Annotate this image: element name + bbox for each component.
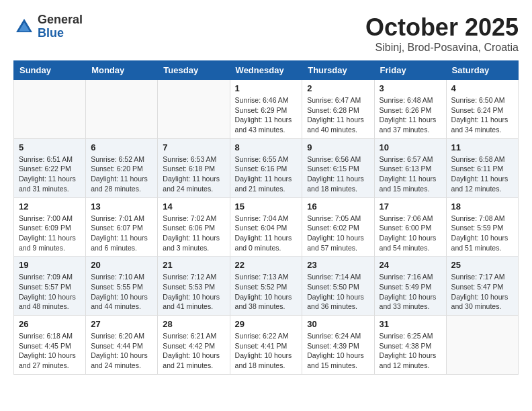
calendar-cell — [14, 80, 86, 139]
day-number: 16 — [307, 201, 369, 212]
weekday-header-saturday: Saturday — [446, 61, 518, 80]
day-info: Sunrise: 6:25 AM Sunset: 4:38 PM Dayligh… — [380, 331, 441, 371]
calendar-cell: 17Sunrise: 7:06 AM Sunset: 6:00 PM Dayli… — [374, 197, 446, 257]
day-info: Sunrise: 7:10 AM Sunset: 5:55 PM Dayligh… — [91, 272, 152, 312]
day-number: 30 — [307, 319, 369, 329]
day-info: Sunrise: 6:55 AM Sunset: 6:16 PM Dayligh… — [235, 154, 298, 194]
day-number: 14 — [163, 201, 224, 212]
calendar-cell: 30Sunrise: 6:24 AM Sunset: 4:39 PM Dayli… — [302, 316, 374, 375]
calendar-cell: 27Sunrise: 6:20 AM Sunset: 4:44 PM Dayli… — [86, 316, 158, 375]
day-number: 22 — [235, 260, 298, 270]
day-info: Sunrise: 6:53 AM Sunset: 6:18 PM Dayligh… — [163, 154, 224, 194]
day-number: 26 — [19, 319, 81, 329]
day-number: 31 — [380, 319, 441, 329]
day-number: 18 — [451, 201, 513, 212]
day-number: 12 — [19, 201, 81, 212]
calendar-week-row: 5Sunrise: 6:51 AM Sunset: 6:22 PM Daylig… — [14, 138, 519, 197]
day-info: Sunrise: 7:02 AM Sunset: 6:06 PM Dayligh… — [163, 214, 224, 253]
calendar-cell: 10Sunrise: 6:57 AM Sunset: 6:13 PM Dayli… — [374, 138, 446, 197]
day-number: 17 — [380, 201, 441, 212]
day-info: Sunrise: 7:09 AM Sunset: 5:57 PM Dayligh… — [19, 272, 81, 312]
day-number: 5 — [19, 142, 81, 152]
day-info: Sunrise: 7:00 AM Sunset: 6:09 PM Dayligh… — [19, 214, 81, 253]
day-number: 24 — [380, 260, 441, 270]
calendar-cell: 19Sunrise: 7:09 AM Sunset: 5:57 PM Dayli… — [14, 257, 86, 316]
location: Sibinj, Brod-Posavina, Croatia — [365, 42, 519, 54]
day-number: 15 — [235, 201, 298, 212]
day-info: Sunrise: 7:13 AM Sunset: 5:52 PM Dayligh… — [235, 272, 298, 312]
day-number: 10 — [380, 142, 441, 152]
day-number: 19 — [19, 260, 81, 270]
day-info: Sunrise: 6:18 AM Sunset: 4:45 PM Dayligh… — [19, 331, 81, 371]
calendar-cell: 26Sunrise: 6:18 AM Sunset: 4:45 PM Dayli… — [14, 316, 86, 375]
calendar-week-row: 12Sunrise: 7:00 AM Sunset: 6:09 PM Dayli… — [14, 197, 519, 257]
logo-blue: Blue — [38, 27, 83, 40]
calendar-cell: 8Sunrise: 6:55 AM Sunset: 6:16 PM Daylig… — [230, 138, 302, 197]
day-info: Sunrise: 6:21 AM Sunset: 4:42 PM Dayligh… — [163, 331, 224, 371]
calendar-cell: 28Sunrise: 6:21 AM Sunset: 4:42 PM Dayli… — [158, 316, 230, 375]
day-number: 13 — [91, 201, 152, 212]
calendar-table: SundayMondayTuesdayWednesdayThursdayFrid… — [13, 60, 519, 375]
day-info: Sunrise: 6:50 AM Sunset: 6:24 PM Dayligh… — [451, 95, 513, 135]
day-number: 27 — [91, 319, 152, 329]
day-info: Sunrise: 6:58 AM Sunset: 6:11 PM Dayligh… — [451, 154, 513, 194]
day-info: Sunrise: 6:22 AM Sunset: 4:41 PM Dayligh… — [235, 331, 298, 371]
logo-icon — [13, 16, 35, 38]
calendar-cell: 22Sunrise: 7:13 AM Sunset: 5:52 PM Dayli… — [230, 257, 302, 316]
day-number: 3 — [380, 83, 441, 93]
day-number: 20 — [91, 260, 152, 270]
calendar-cell: 24Sunrise: 7:16 AM Sunset: 5:49 PM Dayli… — [374, 257, 446, 316]
calendar-cell: 29Sunrise: 6:22 AM Sunset: 4:41 PM Dayli… — [230, 316, 302, 375]
calendar-cell: 11Sunrise: 6:58 AM Sunset: 6:11 PM Dayli… — [446, 138, 518, 197]
day-info: Sunrise: 7:08 AM Sunset: 5:59 PM Dayligh… — [451, 214, 513, 253]
day-info: Sunrise: 6:46 AM Sunset: 6:29 PM Dayligh… — [235, 95, 298, 135]
day-number: 8 — [235, 142, 298, 152]
calendar-cell — [86, 80, 158, 139]
calendar-week-row: 19Sunrise: 7:09 AM Sunset: 5:57 PM Dayli… — [14, 257, 519, 316]
day-info: Sunrise: 7:05 AM Sunset: 6:02 PM Dayligh… — [307, 214, 369, 253]
calendar-cell — [446, 316, 518, 375]
day-info: Sunrise: 6:47 AM Sunset: 6:28 PM Dayligh… — [307, 95, 369, 135]
day-number: 28 — [163, 319, 224, 329]
weekday-header-sunday: Sunday — [14, 61, 86, 80]
day-number: 4 — [451, 83, 513, 93]
logo-general: General — [38, 13, 83, 27]
weekday-header-wednesday: Wednesday — [230, 61, 302, 80]
calendar-cell: 25Sunrise: 7:17 AM Sunset: 5:47 PM Dayli… — [446, 257, 518, 316]
weekday-header-row: SundayMondayTuesdayWednesdayThursdayFrid… — [14, 61, 519, 80]
calendar-cell: 21Sunrise: 7:12 AM Sunset: 5:53 PM Dayli… — [158, 257, 230, 316]
calendar-cell: 13Sunrise: 7:01 AM Sunset: 6:07 PM Dayli… — [86, 197, 158, 257]
day-info: Sunrise: 7:16 AM Sunset: 5:49 PM Dayligh… — [380, 272, 441, 312]
calendar-cell: 23Sunrise: 7:14 AM Sunset: 5:50 PM Dayli… — [302, 257, 374, 316]
day-info: Sunrise: 6:20 AM Sunset: 4:44 PM Dayligh… — [91, 331, 152, 371]
calendar-cell: 7Sunrise: 6:53 AM Sunset: 6:18 PM Daylig… — [158, 138, 230, 197]
day-info: Sunrise: 7:14 AM Sunset: 5:50 PM Dayligh… — [307, 272, 369, 312]
day-info: Sunrise: 7:12 AM Sunset: 5:53 PM Dayligh… — [163, 272, 224, 312]
day-number: 25 — [451, 260, 513, 270]
calendar-cell — [158, 80, 230, 139]
day-number: 21 — [163, 260, 224, 270]
day-number: 23 — [307, 260, 369, 270]
weekday-header-thursday: Thursday — [302, 61, 374, 80]
calendar-cell: 14Sunrise: 7:02 AM Sunset: 6:06 PM Dayli… — [158, 197, 230, 257]
day-info: Sunrise: 7:01 AM Sunset: 6:07 PM Dayligh… — [91, 214, 152, 253]
calendar-cell: 2Sunrise: 6:47 AM Sunset: 6:28 PM Daylig… — [302, 80, 374, 139]
logo-text: General Blue — [38, 13, 83, 40]
calendar-cell: 12Sunrise: 7:00 AM Sunset: 6:09 PM Dayli… — [14, 197, 86, 257]
day-number: 11 — [451, 142, 513, 152]
weekday-header-tuesday: Tuesday — [158, 61, 230, 80]
weekday-header-friday: Friday — [374, 61, 446, 80]
day-info: Sunrise: 6:57 AM Sunset: 6:13 PM Dayligh… — [380, 154, 441, 194]
calendar-cell: 4Sunrise: 6:50 AM Sunset: 6:24 PM Daylig… — [446, 80, 518, 139]
calendar-cell: 20Sunrise: 7:10 AM Sunset: 5:55 PM Dayli… — [86, 257, 158, 316]
calendar-cell: 9Sunrise: 6:56 AM Sunset: 6:15 PM Daylig… — [302, 138, 374, 197]
month-title: October 2025 — [365, 13, 519, 42]
calendar-cell: 16Sunrise: 7:05 AM Sunset: 6:02 PM Dayli… — [302, 197, 374, 257]
day-number: 2 — [307, 83, 369, 93]
day-info: Sunrise: 6:48 AM Sunset: 6:26 PM Dayligh… — [380, 95, 441, 135]
calendar-cell: 1Sunrise: 6:46 AM Sunset: 6:29 PM Daylig… — [230, 80, 302, 139]
day-info: Sunrise: 7:04 AM Sunset: 6:04 PM Dayligh… — [235, 214, 298, 253]
calendar-cell: 15Sunrise: 7:04 AM Sunset: 6:04 PM Dayli… — [230, 197, 302, 257]
day-number: 6 — [91, 142, 152, 152]
calendar-week-row: 26Sunrise: 6:18 AM Sunset: 4:45 PM Dayli… — [14, 316, 519, 375]
